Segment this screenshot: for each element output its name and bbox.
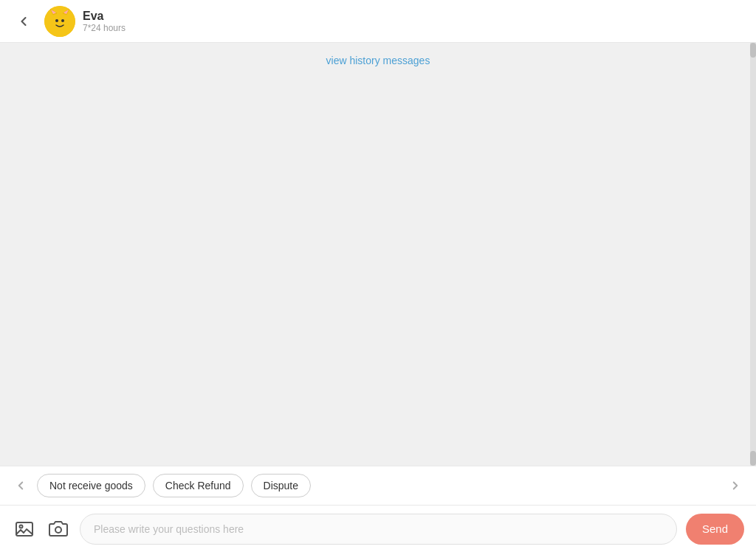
- view-history-link[interactable]: view history messages: [326, 55, 430, 66]
- agent-name: Eva: [83, 10, 126, 23]
- image-button[interactable]: [12, 517, 37, 542]
- svg-point-10: [55, 527, 61, 533]
- scroll-left-button[interactable]: [12, 477, 30, 494]
- avatar-image: [44, 6, 75, 37]
- message-input[interactable]: [80, 514, 677, 545]
- quick-reply-chip-2[interactable]: Dispute: [251, 474, 311, 497]
- svg-rect-8: [16, 522, 32, 536]
- svg-point-9: [20, 525, 23, 528]
- quick-reply-chip-0[interactable]: Not receive goods: [37, 474, 145, 497]
- scrollbar-thumb-bottom: [750, 451, 756, 466]
- agent-info: Eva 7*24 hours: [83, 10, 126, 33]
- camera-button[interactable]: [46, 517, 71, 542]
- send-button[interactable]: Send: [686, 514, 744, 545]
- svg-point-1: [51, 13, 69, 31]
- quick-replies-bar: Not receive goods Check Refund Dispute: [0, 466, 756, 505]
- input-area: Send: [0, 505, 756, 552]
- avatar: [44, 6, 75, 37]
- svg-point-3: [61, 19, 64, 22]
- scroll-right-button[interactable]: [726, 477, 744, 494]
- image-icon: [14, 519, 35, 539]
- back-button[interactable]: [12, 10, 35, 33]
- scrollbar-thumb-top: [750, 43, 756, 58]
- camera-icon: [48, 519, 69, 539]
- chat-messages-area: view history messages: [0, 43, 756, 466]
- quick-reply-chip-1[interactable]: Check Refund: [153, 474, 244, 497]
- svg-point-2: [55, 19, 58, 22]
- scrollbar-track[interactable]: [750, 43, 756, 466]
- chat-header: Eva 7*24 hours: [0, 0, 756, 43]
- agent-status: 7*24 hours: [83, 23, 126, 33]
